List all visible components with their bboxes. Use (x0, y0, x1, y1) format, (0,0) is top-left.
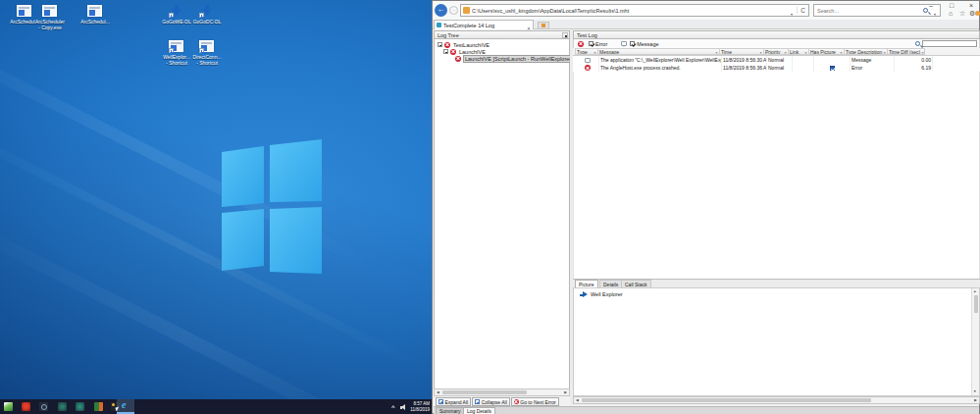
back-button[interactable]: ← (435, 4, 447, 17)
filter-dropdown-icon[interactable] (759, 49, 762, 55)
tree-node-scriptlaunch[interactable]: LaunchIVE [ScriptLaunch - RunWellExplore… (455, 55, 575, 62)
browser-tab-row: TestComplete 14 Log (433, 20, 979, 29)
taskbar-sphere-app-icon[interactable] (39, 402, 48, 411)
row-has-picture-cell (814, 64, 851, 72)
tab-summary[interactable]: Summary (436, 407, 464, 414)
go-to-next-error-button[interactable]: Go to Next Error (511, 397, 559, 406)
collapse-expander-icon[interactable] (438, 42, 442, 47)
bottom-tab-strip: Summary Log Details (434, 406, 979, 414)
log-row-error[interactable]: The AngleHost.exe process crashed. 11/8/… (573, 64, 980, 72)
panel-pin-icon[interactable] (562, 32, 568, 38)
taskbar-app-green-icon[interactable] (4, 402, 13, 411)
collapse-all-button[interactable]: Collapse All (472, 397, 510, 406)
scrollbar-thumb[interactable] (442, 390, 527, 394)
scrollbar-thumb[interactable] (974, 295, 978, 313)
test-log-header: Test Log (573, 30, 980, 39)
row-link-cell (793, 64, 814, 72)
log-tree-header: Log Tree (434, 30, 570, 39)
new-tab-button[interactable] (538, 22, 549, 29)
log-tree-horizontal-scrollbar[interactable]: ◀ ▶ (434, 388, 570, 396)
log-row-message[interactable]: The application "C:\_WellExplorer\Well E… (573, 56, 980, 64)
filter-dropdown-icon[interactable] (883, 49, 886, 55)
filter-dropdown-icon[interactable] (840, 49, 843, 55)
filter-dropdown-icon[interactable] (593, 49, 596, 55)
picture-horizontal-scrollbar[interactable]: ◀ ▶ (573, 396, 980, 404)
tray-show-hidden-icons[interactable]: ^ (391, 404, 395, 410)
error-status-icon (455, 56, 461, 62)
column-header-type[interactable]: Type (575, 48, 598, 55)
desktop-icon-gogowe-dl[interactable]: GoGoWE-DL (160, 4, 193, 25)
desktop-icon-arcscheduler-copy[interactable]: ArcScheduler - Copy.exe (33, 4, 67, 30)
scroll-right-icon[interactable]: ▶ (974, 398, 977, 403)
tree-node-testlaunchive[interactable]: TestLaunchIVE (438, 41, 490, 48)
message-filter-label: Message (637, 41, 658, 47)
row-priority-cell: Normal (767, 56, 793, 64)
expand-all-label: Expand All (445, 399, 469, 405)
taskbar-clock[interactable]: 8:57 AM 11/8/2019 (406, 401, 430, 412)
taskbar-office-app-icon[interactable] (94, 402, 103, 411)
desktop-icon-directconnect-shortcut[interactable]: DirectConn... - Shortcut (190, 39, 224, 66)
filter-dropdown-icon[interactable] (804, 49, 807, 55)
screen: ArcSchedul... ArcScheduler - Copy.exe Ar… (0, 0, 980, 414)
error-filter-checkbox[interactable] (589, 41, 593, 46)
row-time-diff-cell: 6.19 (895, 64, 933, 72)
taskbar-teal-app-icon[interactable] (58, 402, 67, 411)
error-filter-icon (578, 41, 584, 47)
address-dropdown-icon[interactable] (787, 2, 797, 20)
has-picture-checkbox[interactable] (830, 66, 835, 71)
column-header-time[interactable]: Time (719, 48, 764, 55)
tab-testcomplete-log[interactable]: TestComplete 14 Log (434, 20, 534, 29)
desktop-icon-gogodc-dl[interactable]: GoGoDC-DL (190, 4, 224, 25)
column-header-time-diff[interactable]: Time Diff (sec) (887, 48, 925, 55)
feedback-icon[interactable] (975, 11, 980, 16)
column-header-type-description[interactable]: Type Description (844, 48, 888, 55)
address-bar[interactable]: C:\Users\svc_ushl_kingdom\AppData\Local\… (460, 4, 809, 17)
scroll-right-icon[interactable]: ▶ (564, 390, 567, 395)
column-header-priority[interactable]: Priority (763, 48, 789, 55)
home-icon[interactable]: ⌂ (949, 9, 953, 18)
filter-dropdown-icon[interactable] (784, 49, 787, 55)
minimize-button[interactable]: – (924, 1, 938, 11)
row-has-picture-cell (814, 56, 851, 64)
scroll-up-icon[interactable]: ▲ (973, 289, 976, 294)
desktop-icon-wellexplorer-shortcut[interactable]: WellExplor... - Shortcut (160, 39, 193, 66)
search-box[interactable] (813, 4, 941, 17)
scrollbar-thumb[interactable] (582, 398, 871, 402)
app-window-icon (199, 39, 215, 53)
taskbar-teal-app-2-icon[interactable] (76, 402, 84, 411)
download-arrow-icon (199, 4, 215, 18)
shortcut-badge-icon (199, 13, 204, 18)
row-type-cell (576, 56, 599, 64)
desktop-icon-label-line2: - Shortcut (190, 60, 224, 66)
message-filter-checkbox[interactable] (630, 41, 635, 46)
scroll-left-icon[interactable]: ◀ (576, 398, 579, 403)
tab-log-details[interactable]: Log Details (463, 407, 495, 414)
refresh-icon[interactable]: C (797, 7, 808, 14)
picture-vertical-scrollbar[interactable]: ▲ ▼ (971, 288, 979, 395)
column-header-has-picture[interactable]: Has Picture (808, 48, 845, 55)
column-header-message[interactable]: Message (597, 48, 720, 55)
scroll-left-icon[interactable]: ◀ (437, 390, 439, 395)
search-input[interactable] (814, 8, 923, 14)
forward-button[interactable]: → (449, 6, 458, 15)
expand-all-button[interactable]: Expand All (436, 397, 471, 406)
message-type-icon (585, 58, 591, 63)
tab-title: TestComplete 14 Log (443, 23, 525, 28)
scroll-down-icon[interactable]: ▼ (973, 389, 976, 394)
column-header-link[interactable]: Link (788, 48, 809, 55)
clock-date: 11/8/2019 (406, 407, 430, 413)
filter-dropdown-icon[interactable] (921, 49, 924, 55)
log-search-input[interactable] (922, 40, 977, 47)
collapse-all-label: Collapse All (482, 399, 507, 405)
taskbar-active-app-tile[interactable] (117, 399, 134, 414)
address-url[interactable]: C:\Users\svc_ushl_kingdom\AppData\Local\… (472, 8, 787, 14)
filter-dropdown-icon[interactable] (715, 49, 718, 55)
app-window-icon (17, 4, 32, 18)
taskbar-adobe-reader-icon[interactable] (22, 402, 30, 411)
desktop-icon-label: ArcSchedul... (78, 19, 112, 25)
picture-label[interactable]: Well Explorer (591, 291, 623, 297)
favorites-star-icon[interactable]: ☆ (959, 9, 965, 18)
shortcut-badge-icon (169, 48, 174, 53)
desktop-icon-arcscheduler-2[interactable]: ArcSchedul... (78, 4, 112, 25)
collapse-expander-icon[interactable] (443, 49, 448, 54)
